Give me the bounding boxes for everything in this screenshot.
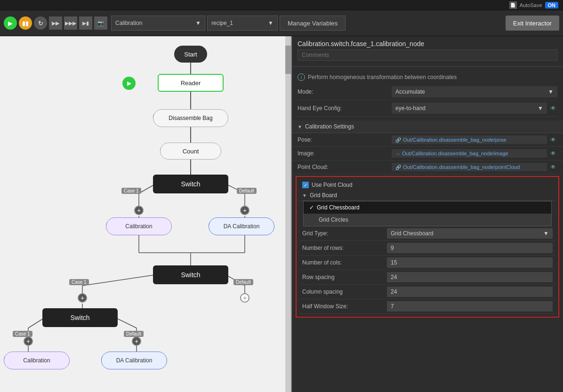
grid-section: ✓ Use Point Cloud ▼ Grid Board ✓ Grid Ch… [296, 176, 559, 318]
grid-board-header[interactable]: ▼ Grid Board [299, 190, 555, 201]
start-node: Start [174, 46, 207, 63]
autosave-toggle[interactable]: ON [545, 2, 559, 8]
image-arrow-icon: → [395, 151, 400, 156]
camera-button[interactable]: 📷 [94, 16, 107, 30]
doc-icon: 📄 [509, 1, 517, 9]
image-value: Out/Calibration.disassemble_bag_node/ima… [402, 151, 508, 156]
recipe-select[interactable]: recipe_1 ▼ [207, 16, 278, 31]
default-label-top: Default [237, 188, 257, 194]
use-point-cloud-label: Use Point Cloud [312, 182, 353, 188]
plus-circle-case1-top[interactable]: + [134, 206, 144, 215]
num-rows-value[interactable]: 9 [387, 243, 553, 253]
num-cols-row: Number of cols: 15 [299, 256, 555, 270]
switch3-node[interactable]: Switch [42, 308, 118, 327]
hand-eye-eye-icon[interactable]: 👁 [549, 104, 557, 112]
refresh-button[interactable]: ↻ [34, 16, 47, 30]
pointcloud-chain-icon: 🔗 [395, 165, 401, 170]
step-button[interactable]: ▶▶ [49, 16, 62, 30]
grid-board-triangle-icon: ▼ [302, 193, 307, 198]
case1-label-bot: Case 1 [13, 331, 32, 337]
row-spacing-row: Row spacing 24 [299, 270, 555, 285]
comments-input[interactable] [298, 49, 557, 61]
grid-chessboard-option[interactable]: ✓ Grid Chessboard [304, 201, 551, 214]
calibration1-node[interactable]: Calibration [106, 217, 172, 235]
grid-type-row: Grid Type: Grid Chessboard ▼ [299, 226, 555, 241]
num-rows-label: Number of rows: [302, 245, 387, 251]
plus-circle-default-top[interactable]: + [240, 206, 249, 215]
default-label-mid: Default [233, 279, 253, 285]
hand-eye-row: Hand Eye Config: eye-to-hand ▼ 👁 [298, 100, 557, 117]
col-spacing-value[interactable]: 24 [387, 287, 553, 297]
pause-button[interactable]: ▮▮ [19, 16, 32, 30]
image-eye-icon[interactable]: 👁 [549, 149, 557, 158]
plus-circle-case1-mid[interactable]: + [78, 293, 87, 303]
point-cloud-row: Point Cloud: 🔗 Out/Calibration.disassemb… [292, 160, 563, 174]
svg-line-22 [115, 318, 137, 328]
case1-label-mid: Case 1 [69, 279, 89, 285]
point-cloud-value: Out/Calibration.disassemble_bag_node/poi… [403, 164, 520, 170]
record-button[interactable]: ▶▮ [79, 16, 92, 30]
half-window-row: Half Window Size: 7 [299, 299, 555, 314]
switch2-node[interactable]: Switch [153, 265, 228, 284]
grid-type-dropdown[interactable]: ✓ Grid Chessboard Grid Circles [303, 201, 552, 226]
image-label: Image: [298, 150, 392, 157]
node-title: Calibration.switch.fcase_1.calibration_n… [298, 40, 557, 48]
hand-eye-label: Hand Eye Config: [298, 105, 392, 112]
reader-play-icon: ▶ [122, 77, 136, 90]
switch1-node[interactable]: Switch [153, 175, 228, 193]
toolbar: ▶ ▮▮ ↻ ▶▶ ▶▶▶ ▶▮ 📷 Calibration ▼ recipe_… [0, 10, 563, 36]
grid-type-label: Grid Type: [302, 230, 387, 237]
pose-label: Pose: [298, 136, 392, 143]
svg-line-15 [82, 275, 155, 286]
recipe-select-label: recipe_1 [211, 20, 233, 26]
grid-type-value[interactable]: Grid Chessboard ▼ [387, 228, 553, 239]
num-cols-value[interactable]: 15 [387, 257, 553, 268]
num-cols-label: Number of cols: [302, 259, 387, 266]
flow-scrollbar-thumb[interactable] [285, 46, 291, 74]
mode-row: Mode: Accumulate ▼ [298, 84, 557, 100]
reader-node[interactable]: Reader [158, 74, 224, 92]
top-bar: 📄 AutoSave ON [0, 0, 563, 10]
row-spacing-value[interactable]: 24 [387, 272, 553, 282]
mode-value[interactable]: Accumulate ▼ [392, 86, 557, 97]
use-point-cloud-checkbox[interactable]: ✓ [302, 182, 309, 188]
exit-interactor-button[interactable]: Exit Interactor [506, 16, 559, 31]
info-text: Perform homogeneous transformation betwe… [308, 74, 457, 80]
plus-circle-default-mid[interactable]: + [240, 293, 249, 303]
grid-circles-option[interactable]: Grid Circles [304, 214, 551, 226]
calibration-settings-header[interactable]: ▼ Calibration Settings [292, 120, 563, 133]
disassemble-bag-node[interactable]: Disassemble Bag [153, 109, 228, 127]
autosave-label: AutoSave [520, 2, 542, 8]
calibration2-node[interactable]: Calibration [4, 352, 70, 369]
calibration-settings-label: Calibration Settings [305, 123, 354, 130]
count-node[interactable]: Count [160, 143, 221, 160]
half-window-value[interactable]: 7 [387, 301, 553, 312]
hand-eye-value[interactable]: eye-to-hand ▼ [392, 103, 547, 114]
mode-chevron-icon: ▼ [548, 88, 554, 95]
check-mark-icon: ✓ [309, 204, 314, 211]
pose-chain-icon: 🔗 [395, 137, 401, 143]
pose-eye-icon[interactable]: 👁 [549, 136, 557, 144]
point-cloud-eye-icon[interactable]: 👁 [549, 163, 557, 171]
section-triangle-icon: ▼ [298, 124, 302, 129]
point-cloud-label: Point Cloud: [298, 164, 392, 170]
manage-variables-button[interactable]: Manage Variables [280, 16, 346, 31]
pose-row: Pose: 🔗 Out/Calibration.disassemble_bag_… [292, 133, 563, 147]
plus-circle-case1-bot[interactable]: + [24, 336, 33, 346]
calibration-select[interactable]: Calibration ▼ [111, 16, 205, 31]
default-label-bot: Default [124, 331, 144, 337]
fast-forward-button[interactable]: ▶▶▶ [64, 16, 77, 30]
pose-value: Out/Calibration.disassemble_bag_node/pos… [403, 137, 507, 143]
case1-label-top: Case 1 [121, 188, 141, 194]
play-button[interactable]: ▶ [4, 16, 17, 30]
info-section: i Perform homogeneous transformation bet… [292, 67, 563, 120]
da-calibration2-node[interactable]: DA Calibration [101, 352, 167, 369]
da-calibration1-node[interactable]: DA Calibration [209, 217, 274, 235]
main-area: Start ▶ ⚙ Reader ⚙ Disassemble Bag ⚙ Cou… [0, 36, 563, 392]
col-spacing-label: Column spacing [302, 288, 387, 295]
info-row: i Perform homogeneous transformation bet… [298, 71, 557, 84]
recipe-chevron-icon: ▼ [268, 20, 273, 26]
plus-circle-default-bot[interactable]: + [132, 336, 141, 346]
flow-scrollbar[interactable] [285, 36, 291, 392]
col-spacing-row: Column spacing 24 [299, 285, 555, 299]
